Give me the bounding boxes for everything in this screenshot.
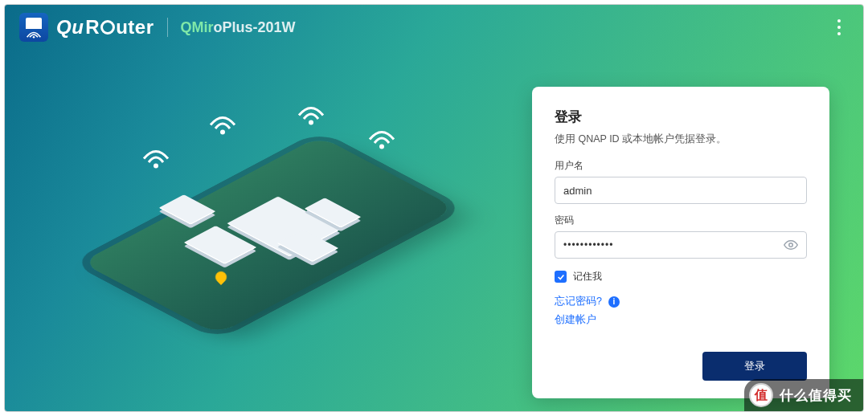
create-account-link[interactable]: 创建帐户 bbox=[555, 313, 596, 327]
forgot-password-link[interactable]: 忘记密码? bbox=[555, 295, 602, 308]
svg-point-1 bbox=[154, 164, 158, 169]
svg-point-5 bbox=[789, 243, 793, 247]
svg-point-0 bbox=[33, 36, 35, 39]
model-prefix: QMir bbox=[181, 19, 214, 35]
svg-point-3 bbox=[309, 120, 313, 125]
brand-wordmark: QuRuter bbox=[56, 16, 154, 39]
login-title: 登录 bbox=[555, 108, 807, 126]
hero-illustration bbox=[5, 47, 532, 411]
info-icon[interactable]: i bbox=[608, 296, 620, 308]
wifi-icon bbox=[297, 105, 326, 128]
login-button[interactable]: 登录 bbox=[702, 352, 807, 381]
password-label: 密码 bbox=[555, 214, 807, 227]
remember-checkbox[interactable] bbox=[555, 271, 567, 283]
header-bar: QuRuter QMiroPlus-201W bbox=[5, 5, 863, 47]
wifi-icon bbox=[141, 149, 170, 171]
more-menu-icon[interactable] bbox=[829, 18, 849, 37]
username-input-wrap[interactable] bbox=[555, 177, 807, 204]
device-model: QMiroPlus-201W bbox=[181, 19, 296, 36]
app-frame: QuRuter QMiroPlus-201W bbox=[4, 4, 864, 412]
wifi-icon bbox=[208, 115, 237, 137]
login-subtitle: 使用 QNAP ID 或本地帐户凭据登录。 bbox=[555, 133, 807, 146]
svg-point-2 bbox=[220, 130, 225, 135]
watermark-badge: 值 什么值得买 bbox=[744, 379, 863, 411]
model-suffix: oPlus-201W bbox=[214, 19, 296, 35]
main-area: 登录 使用 QNAP ID 或本地帐户凭据登录。 用户名 密码 ••••••••… bbox=[5, 47, 863, 411]
watermark-text: 什么值得买 bbox=[780, 386, 852, 405]
username-label: 用户名 bbox=[555, 159, 807, 173]
login-card: 登录 使用 QNAP ID 或本地帐户凭据登录。 用户名 密码 ••••••••… bbox=[532, 87, 829, 398]
password-input-wrap[interactable]: •••••••••••• bbox=[555, 231, 807, 259]
wifi-icon bbox=[367, 129, 396, 152]
show-password-icon[interactable] bbox=[784, 238, 798, 252]
watermark-icon: 值 bbox=[749, 383, 773, 407]
header-divider bbox=[167, 18, 168, 37]
brand-logo-icon bbox=[19, 13, 48, 42]
remember-row: 记住我 bbox=[555, 270, 807, 283]
password-input[interactable]: •••••••••••• bbox=[563, 239, 784, 251]
username-input[interactable] bbox=[563, 185, 798, 197]
svg-point-4 bbox=[379, 145, 384, 149]
remember-label: 记住我 bbox=[573, 270, 602, 283]
